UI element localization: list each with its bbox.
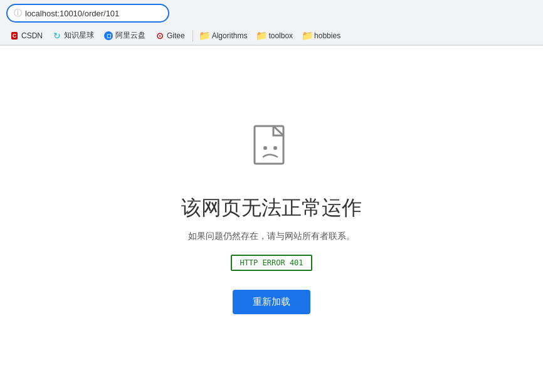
browser-chrome: ⓘ localhost:10010/order/101 C CSDN ↻ 知识星… <box>0 0 543 46</box>
url-text[interactable]: localhost:10010/order/101 <box>25 9 119 18</box>
bookmark-gitee[interactable]: ⊙ Gitee <box>152 30 189 41</box>
reload-button[interactable]: 重新加载 <box>233 290 310 314</box>
bookmark-aliyun[interactable]: ◻ 阿里云盘 <box>100 29 149 42</box>
toolbox-folder-icon: 📁 <box>257 31 266 40</box>
gitee-icon: ⊙ <box>156 31 164 40</box>
security-icon: ⓘ <box>14 8 22 19</box>
bookmarks-divider <box>192 30 193 41</box>
algorithms-folder-icon: 📁 <box>201 31 209 40</box>
svg-line-1 <box>273 126 283 135</box>
bookmark-hobbies[interactable]: 📁 hobbies <box>299 30 344 41</box>
bookmark-label-csdn: CSDN <box>21 31 43 40</box>
error-page: 该网页无法正常运作 如果问题仍然存在，请与网站所有者联系。 HTTP ERROR… <box>0 46 543 378</box>
bookmark-label-zhishi: 知识星球 <box>64 30 94 41</box>
zhishi-icon: ↻ <box>53 31 61 40</box>
bookmark-label-toolbox: toolbox <box>268 31 293 40</box>
bookmarks-bar: C CSDN ↻ 知识星球 ◻ 阿里云盘 ⊙ Gitee 📁 Algorithm… <box>0 26 543 45</box>
bookmark-label-hobbies: hobbies <box>314 31 340 40</box>
address-bar-row: ⓘ localhost:10010/order/101 <box>0 0 543 26</box>
bookmark-toolbox[interactable]: 📁 toolbox <box>253 30 297 41</box>
bookmark-zhishi[interactable]: ↻ 知识星球 <box>49 29 98 42</box>
bookmark-label-algorithms: Algorithms <box>212 31 248 40</box>
address-bar[interactable]: ⓘ localhost:10010/order/101 <box>6 4 169 23</box>
hobbies-folder-icon: 📁 <box>303 31 312 40</box>
svg-point-3 <box>273 146 277 150</box>
csdn-icon: C <box>10 31 19 40</box>
bookmark-algorithms[interactable]: 📁 Algorithms <box>197 30 251 41</box>
error-icon-container <box>250 123 293 176</box>
bookmark-csdn[interactable]: C CSDN <box>6 30 46 41</box>
svg-point-2 <box>263 146 267 150</box>
error-subtitle: 如果问题仍然存在，请与网站所有者联系。 <box>188 231 355 242</box>
bookmark-label-gitee: Gitee <box>167 31 185 40</box>
error-document-icon <box>250 123 293 173</box>
error-code-badge: HTTP ERROR 401 <box>231 255 312 271</box>
aliyun-icon: ◻ <box>104 31 113 40</box>
bookmark-label-aliyun: 阿里云盘 <box>115 30 145 41</box>
error-title: 该网页无法正常运作 <box>181 194 362 222</box>
